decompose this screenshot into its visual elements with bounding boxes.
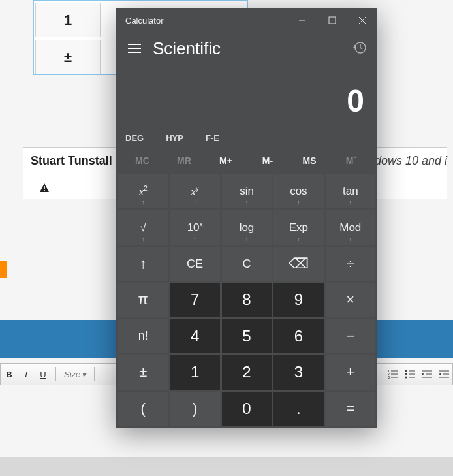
svg-marker-19 xyxy=(439,373,441,375)
key-equals[interactable]: = xyxy=(326,392,375,426)
mminus-button[interactable]: M- xyxy=(247,151,289,170)
key-8[interactable]: 8 xyxy=(222,283,272,317)
key-tan[interactable]: tan↑ xyxy=(326,174,375,208)
key-0[interactable]: 0 xyxy=(222,392,272,426)
key-exp[interactable]: Exp↑ xyxy=(273,210,323,244)
mr-button[interactable]: MR xyxy=(163,151,205,170)
key-dot[interactable]: . xyxy=(273,392,323,426)
deg-button[interactable]: DEG xyxy=(125,133,144,143)
window-title: Calculator xyxy=(125,16,164,25)
fe-button[interactable]: F-E xyxy=(206,133,219,143)
key-mod[interactable]: Mod↑ xyxy=(326,210,375,244)
mlist-button[interactable]: Mˇ xyxy=(330,151,372,170)
bg-calc-key-pm: ± xyxy=(35,40,101,74)
key-c[interactable]: C xyxy=(222,247,272,281)
key-pi[interactable]: π xyxy=(118,283,168,317)
key-factorial[interactable]: n! xyxy=(118,319,168,353)
svg-marker-15 xyxy=(422,373,424,375)
menu-icon[interactable] xyxy=(125,39,144,57)
minimize-button[interactable] xyxy=(287,8,317,32)
key-6[interactable]: 6 xyxy=(273,319,323,353)
bg-footer xyxy=(0,457,453,476)
history-icon[interactable] xyxy=(352,40,368,56)
key-divide[interactable]: ÷ xyxy=(326,247,375,281)
svg-point-12 xyxy=(405,377,407,379)
key-ce[interactable]: CE xyxy=(170,247,219,281)
author-tail: dows 10 and i xyxy=(375,154,447,168)
key-sin[interactable]: sin↑ xyxy=(222,174,272,208)
key-subtract[interactable]: − xyxy=(326,319,375,353)
titlebar: Calculator xyxy=(116,8,377,32)
key-shift[interactable]: ↑ xyxy=(118,247,168,281)
outdent-icon[interactable] xyxy=(420,367,434,381)
ms-button[interactable]: MS xyxy=(289,151,330,170)
key-rparen[interactable]: ) xyxy=(170,392,219,426)
key-1[interactable]: 1 xyxy=(170,355,219,389)
bg-calc-key-1: 1 xyxy=(35,3,101,37)
header-row: Scientific xyxy=(116,32,377,65)
bold-button[interactable]: B xyxy=(2,367,16,381)
display: 0 xyxy=(116,65,377,127)
key-backspace[interactable]: ⌫ xyxy=(273,247,323,281)
memory-row: MC MR M+ M- MS Mˇ xyxy=(116,149,377,172)
svg-point-8 xyxy=(405,370,407,372)
key-xsquared[interactable]: x2↑ xyxy=(118,174,168,208)
svg-rect-0 xyxy=(44,186,45,189)
key-3[interactable]: 3 xyxy=(273,355,323,389)
key-lparen[interactable]: ( xyxy=(118,392,168,426)
key-4[interactable]: 4 xyxy=(170,319,219,353)
key-sqrt[interactable]: √↑ xyxy=(118,210,168,244)
svg-text:3: 3 xyxy=(388,375,390,379)
italic-button[interactable]: I xyxy=(19,367,33,381)
keypad: x2↑ xy↑ sin↑ cos↑ tan↑ √↑ 10x↑ log↑ Exp↑… xyxy=(116,172,377,428)
key-log[interactable]: log↑ xyxy=(222,210,272,244)
key-xpowy[interactable]: xy↑ xyxy=(170,174,219,208)
mc-button[interactable]: MC xyxy=(121,151,163,170)
warning-icon xyxy=(39,183,50,197)
mode-title: Scientific xyxy=(153,39,343,59)
bg-orange-tab xyxy=(0,261,7,278)
ordered-list-icon[interactable]: 123 xyxy=(386,367,400,381)
display-value: 0 xyxy=(347,83,364,119)
calculator-window: Calculator Scientific 0 DEG HYP F-E MC M… xyxy=(116,8,377,428)
key-tenx[interactable]: 10x↑ xyxy=(170,210,219,244)
hyp-button[interactable]: HYP xyxy=(166,133,183,143)
author-name: Stuart Tunstall xyxy=(31,154,112,167)
indent-icon[interactable] xyxy=(437,367,451,381)
key-add[interactable]: + xyxy=(326,355,375,389)
svg-rect-23 xyxy=(329,17,336,24)
maximize-button[interactable] xyxy=(317,8,347,32)
key-cos[interactable]: cos↑ xyxy=(273,174,323,208)
key-2[interactable]: 2 xyxy=(222,355,272,389)
close-button[interactable] xyxy=(347,8,377,32)
bullet-list-icon[interactable] xyxy=(403,367,417,381)
angle-mode-row: DEG HYP F-E xyxy=(116,127,377,149)
key-multiply[interactable]: × xyxy=(326,283,375,317)
key-9[interactable]: 9 xyxy=(273,283,323,317)
key-7[interactable]: 7 xyxy=(170,283,219,317)
size-dropdown[interactable]: Size▾ xyxy=(61,370,89,379)
key-5[interactable]: 5 xyxy=(222,319,272,353)
underline-button[interactable]: U xyxy=(36,367,50,381)
key-plusminus[interactable]: ± xyxy=(118,355,168,389)
svg-rect-1 xyxy=(44,190,45,191)
svg-point-10 xyxy=(405,373,407,375)
mplus-button[interactable]: M+ xyxy=(205,151,247,170)
